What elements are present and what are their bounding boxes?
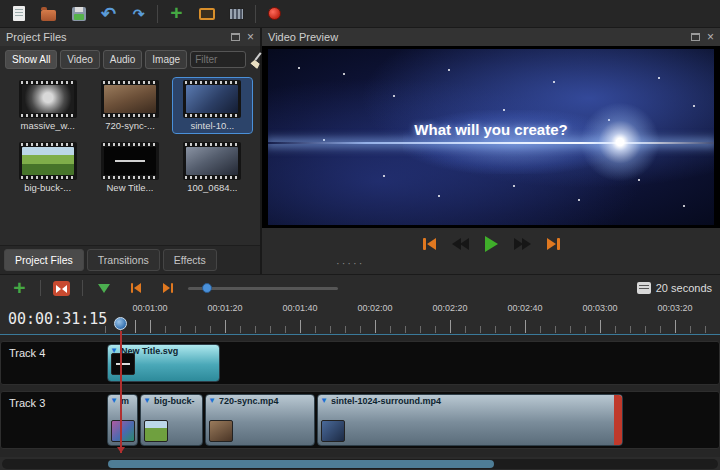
clip-thumbnail <box>209 420 233 442</box>
tab-transitions[interactable]: Transitions <box>87 249 160 271</box>
clip-trim-handle[interactable] <box>614 395 622 445</box>
snapping-toggle-button[interactable] <box>50 277 73 300</box>
undock-icon[interactable] <box>231 33 240 41</box>
current-time-display: 00:00:31:15 <box>8 310 107 328</box>
fast-forward-button[interactable] <box>514 238 531 250</box>
choose-profile-button[interactable] <box>195 2 218 25</box>
file-thumbnail <box>19 80 77 118</box>
project-file-item[interactable]: 720-sync-... <box>90 78 169 133</box>
filter-show-all-button[interactable]: Show All <box>5 50 57 69</box>
toolbar-separator <box>255 5 256 23</box>
file-label: massive_w... <box>20 120 74 131</box>
file-thumbnail <box>183 142 241 180</box>
video-preview-title: Video Preview <box>268 31 338 43</box>
filter-input[interactable] <box>190 51 246 68</box>
next-marker-button[interactable] <box>156 277 179 300</box>
undo-button[interactable]: ↶ <box>97 2 120 25</box>
add-track-plus-icon: + <box>13 277 25 298</box>
video-preview-header: Video Preview × <box>262 28 720 46</box>
tab-project-files[interactable]: Project Files <box>4 249 84 271</box>
import-files-button[interactable]: + <box>165 2 188 25</box>
add-track-button[interactable]: + <box>8 277 31 300</box>
rewind-button[interactable] <box>452 238 469 250</box>
arrow-tool-button[interactable] <box>92 277 115 300</box>
fullscreen-button[interactable] <box>225 2 248 25</box>
ruler-label: 00:02:20 <box>432 303 467 313</box>
clip-menu-icon[interactable]: ▼ <box>110 395 118 406</box>
clear-filter-broom-icon[interactable] <box>249 52 255 68</box>
light-flare <box>575 97 665 187</box>
filter-image-button[interactable]: Image <box>145 50 187 69</box>
clip-sintel[interactable]: ▼ sintel-1024-surround.mp4 <box>317 394 623 446</box>
close-icon[interactable]: × <box>247 31 254 43</box>
save-project-button[interactable] <box>67 2 90 25</box>
zoom-scale-indicator[interactable]: 20 seconds <box>637 282 712 294</box>
panel-splitter-handle[interactable]: ····· <box>336 257 364 269</box>
track-row-4: Track 4 ▼ New Title.svg <box>0 341 720 385</box>
project-file-item-selected[interactable]: sintel-10... <box>173 78 252 133</box>
new-project-button[interactable] <box>7 2 30 25</box>
project-file-item[interactable]: New Title... <box>90 140 169 195</box>
timeline-ruler[interactable]: 00:01:00 00:01:20 00:01:40 00:02:00 00:0… <box>105 301 720 335</box>
timeline-panel: + 20 seconds 00:00:31:15 00:01:00 00:01:… <box>0 274 720 470</box>
project-files-grid: massive_w... 720-sync-... sintel-10... b… <box>0 73 260 200</box>
file-thumbnail <box>19 142 77 180</box>
project-file-item[interactable]: big-buck-... <box>8 140 87 195</box>
video-preview-area: What will you create? <box>262 46 720 228</box>
toolbar-separator <box>157 5 158 23</box>
video-preview-frame: What will you create? <box>268 49 714 225</box>
ruler-label: 00:01:00 <box>132 303 167 313</box>
jump-end-button[interactable] <box>547 238 560 250</box>
track-row-3: Track 3 ▼ m ▼ big-buck- ▼ 720-sync.mp4 ▼… <box>0 391 720 449</box>
project-files-title: Project Files <box>6 31 67 43</box>
file-label: big-buck-... <box>24 182 71 193</box>
ruler-label: 00:01:20 <box>207 303 242 313</box>
export-video-button[interactable] <box>263 2 286 25</box>
clip-720-sync[interactable]: ▼ 720-sync.mp4 <box>205 394 315 446</box>
add-marker-button[interactable] <box>124 277 147 300</box>
undock-icon[interactable] <box>691 33 700 41</box>
clip-menu-icon[interactable]: ▼ <box>208 395 216 406</box>
ruler-label: 00:02:00 <box>357 303 392 313</box>
clip-new-title[interactable]: ▼ New Title.svg <box>107 344 220 382</box>
clip-massive[interactable]: ▼ m <box>107 394 138 446</box>
project-file-item[interactable]: massive_w... <box>8 78 87 133</box>
save-icon <box>72 7 86 21</box>
scrollbar-thumb[interactable] <box>108 460 494 468</box>
toolbar-separator <box>82 280 83 296</box>
timeline-zoom-slider[interactable] <box>188 281 338 295</box>
slider-handle[interactable] <box>202 283 212 293</box>
project-file-item[interactable]: 100_0684... <box>173 140 252 195</box>
snapping-icon <box>53 281 70 296</box>
redo-button[interactable]: ↷ <box>127 2 150 25</box>
filter-audio-button[interactable]: Audio <box>103 50 143 69</box>
new-project-icon <box>13 6 25 21</box>
profile-monitor-icon <box>199 8 215 20</box>
filter-video-button[interactable]: Video <box>60 50 99 69</box>
file-label: New Title... <box>106 182 153 193</box>
file-label: sintel-10... <box>190 120 234 131</box>
clip-thumbnail <box>321 420 345 442</box>
close-icon[interactable]: × <box>707 31 714 43</box>
toolbar-separator <box>40 280 41 296</box>
ruler-label: 00:03:20 <box>657 303 692 313</box>
open-project-button[interactable] <box>37 2 60 25</box>
clip-thumbnail <box>144 420 168 442</box>
clip-big-buck[interactable]: ▼ big-buck- <box>140 394 203 446</box>
file-thumbnail <box>183 80 241 118</box>
play-button[interactable] <box>485 236 498 252</box>
tab-effects[interactable]: Effects <box>163 249 217 271</box>
zoom-scale-icon <box>637 282 651 294</box>
playhead-marker[interactable] <box>114 317 127 330</box>
transport-controls <box>262 232 720 256</box>
record-circle-icon <box>268 7 281 20</box>
clip-menu-icon[interactable]: ▼ <box>320 395 328 406</box>
track-name: Track 3 <box>9 397 45 409</box>
jump-start-button[interactable] <box>423 238 436 250</box>
jump-start-marker-icon <box>131 283 141 293</box>
import-plus-icon: + <box>170 2 182 23</box>
clip-label: 720-sync.mp4 <box>206 395 314 406</box>
zoom-scale-label: 20 seconds <box>656 282 712 294</box>
clip-menu-icon[interactable]: ▼ <box>143 395 151 406</box>
timeline-horizontal-scrollbar[interactable] <box>2 459 718 469</box>
